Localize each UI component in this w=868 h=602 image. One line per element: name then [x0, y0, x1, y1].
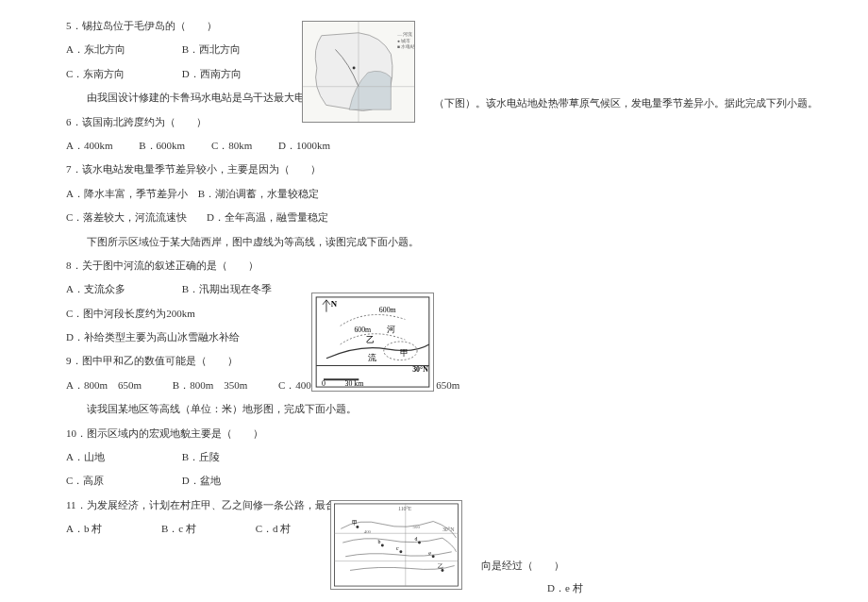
q5-options-row1: A．东北方向 B．西北方向 [66, 42, 802, 57]
q10-stem: 10．图示区域内的宏观地貌主要是（ ） [66, 426, 802, 441]
q10-options-row1: A．山地 B．丘陵 [66, 450, 802, 464]
q7-options-row1: A．降水丰富，季节差异小 B．湖泊调蓄，水量较稳定 [66, 187, 802, 201]
q5-option-d: D．西南方向 [182, 67, 242, 81]
q7-stem: 7．该水电站发电量季节差异较小，主要是因为（ ） [66, 162, 802, 176]
svg-text:河: 河 [387, 325, 395, 334]
svg-point-31 [381, 544, 384, 547]
q7-option-d: D．全年高温，融雪量稳定 [207, 210, 328, 225]
q11-stem-continued: 向是经过（ ） [481, 559, 564, 573]
q8-stem: 8．关于图中河流的叙述正确的是（ ） [66, 259, 802, 273]
svg-text:0: 0 [322, 379, 326, 388]
q5-options-row2: C．东南方向 D．西南方向 [66, 67, 802, 81]
q5-option-a: A．东北方向 [66, 42, 179, 57]
q8-option-a: A．支流众多 [66, 282, 179, 296]
q7-option-b: B．湖泊调蓄，水量较稳定 [198, 187, 319, 201]
q7-option-c: C．落差较大，河流流速快 [66, 210, 187, 225]
q9-option-b: B．800m 350m [173, 378, 247, 393]
q6-option-d: D．1000km [278, 139, 330, 153]
svg-text:乙: 乙 [366, 335, 375, 344]
svg-text:甲: 甲 [352, 520, 358, 526]
q8-option-c: C．图中河段长度约为200km [66, 307, 802, 321]
uganda-map-figure: — 河流 ● 城市 ■ 水电站 [302, 21, 415, 123]
q6-stem: 6．该国南北跨度约为（ ） [66, 115, 802, 129]
q6-option-b: B．600km [139, 139, 185, 153]
intro-contour: 读我国某地区等高线（单位：米）地形图，完成下面小题。 [66, 402, 802, 416]
svg-text:— 河流: — 河流 [396, 31, 412, 37]
q10-option-b: B．丘陵 [182, 450, 220, 464]
q7-option-a: A．降水丰富，季节差异小 [66, 187, 188, 201]
svg-text:110°E: 110°E [398, 506, 412, 511]
q10-options-row2: C．高原 D．盆地 [66, 474, 802, 488]
q6-options: A．400km B．600km C．80km D．1000km [66, 139, 802, 153]
q10-option-a: A．山地 [66, 450, 179, 464]
svg-point-35 [418, 542, 421, 544]
q6-option-c: C．80km [211, 139, 252, 153]
svg-text:30 km: 30 km [345, 379, 364, 388]
q10-option-c: C．高原 [66, 474, 179, 488]
svg-text:d: d [415, 536, 418, 542]
svg-text:流: 流 [368, 353, 376, 362]
topography-figure: 110°E 30°N 甲 b c d e 乙 400 500 [330, 500, 462, 590]
q9-options: A．800m 650m B．800m 350m C．400m 550m D．40… [66, 378, 802, 393]
q8-option-b: B．汛期出现在冬季 [182, 282, 272, 296]
q11-option-d: D．e 村 [547, 581, 583, 595]
svg-text:500: 500 [413, 525, 421, 529]
intro-coast: 下图所示区域位于某大陆西岸，图中虚线为等高线，读图完成下面小题。 [66, 235, 802, 249]
svg-text:e: e [428, 550, 431, 556]
svg-text:乙: 乙 [438, 563, 443, 569]
svg-text:甲: 甲 [400, 348, 409, 358]
svg-point-33 [399, 550, 402, 553]
q7-options-row2: C．落差较大，河流流速快 D．全年高温，融雪量稳定 [66, 210, 802, 225]
contour-river-figure: N 600m 600m 乙 河 流 甲 30°N 0 30 km [311, 293, 434, 392]
q10-option-d: D．盆地 [182, 474, 221, 488]
svg-point-1 [353, 67, 356, 70]
q8-option-d: D．补给类型主要为高山冰雪融水补给 [66, 330, 802, 344]
svg-text:400: 400 [364, 529, 372, 534]
svg-text:■ 水电站: ■ 水电站 [397, 43, 414, 49]
intro-uganda-continued: （下图）。该水电站地处热带草原气候区，发电量季节差异小。据此完成下列小题。 [434, 96, 818, 110]
q9-option-a: A．800m 650m [66, 378, 142, 393]
q11-option-a: A．b 村 [66, 522, 102, 536]
q11-option-b: B．c 村 [161, 522, 196, 536]
svg-text:600m: 600m [379, 306, 396, 314]
q6-option-a: A．400km [66, 139, 113, 153]
q5-option-b: B．西北方向 [182, 42, 241, 57]
q5-option-c: C．东南方向 [66, 67, 179, 81]
svg-text:b: b [377, 539, 380, 544]
q11-option-c: C．d 村 [256, 522, 292, 536]
q8-options-row1: A．支流众多 B．汛期出现在冬季 [66, 282, 802, 296]
svg-point-37 [432, 555, 435, 558]
q9-stem: 9．图中甲和乙的数值可能是（ ） [66, 354, 802, 368]
svg-text:N: N [331, 299, 338, 309]
svg-text:600m: 600m [354, 326, 371, 334]
svg-text:● 城市: ● 城市 [397, 38, 410, 43]
svg-text:30°N: 30°N [412, 365, 428, 374]
q5-stem: 5．锡拉岛位于毛伊岛的（ ） [66, 19, 802, 33]
svg-text:c: c [396, 545, 399, 551]
